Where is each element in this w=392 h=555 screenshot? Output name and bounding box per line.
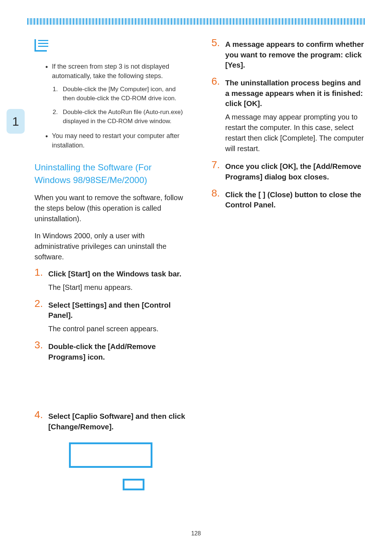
right-column: 5. A message appears to confirm whether … — [212, 39, 365, 516]
step-7: 7. Once you click [OK], the [Add/Remove … — [212, 161, 365, 182]
step-title: Click [Start] on the Windows task bar. — [48, 269, 188, 279]
sub-step-2: 2. Double-click the AutoRun file (Auto-r… — [63, 108, 188, 126]
step-title: Select [Caplio Software] and then click … — [48, 411, 188, 432]
note-bullet-1: If the screen from step 3 is not display… — [52, 62, 188, 126]
note-icon — [34, 39, 47, 52]
sub-text: Double-click the [My Computer] icon, and… — [63, 86, 176, 102]
step-number: 3. — [34, 339, 43, 351]
note-text: You may need to restart your computer af… — [52, 132, 180, 149]
step-title: The uninstallation process begins and a … — [225, 78, 365, 109]
step-number: 7. — [212, 159, 220, 171]
step-title: Click the [ ] (Close) button to close th… — [225, 190, 365, 210]
step-4: 4. Select [Caplio Software] and then cli… — [34, 411, 188, 432]
dialog-highlight-button — [123, 479, 144, 490]
step-8: 8. Click the [ ] (Close) button to close… — [212, 190, 365, 210]
page: 1 If the screen from step 3 is not displ… — [0, 0, 392, 555]
step-number: 6. — [212, 76, 220, 87]
step-5: 5. A message appears to confirm whether … — [212, 39, 365, 70]
decorative-border — [27, 18, 365, 25]
step-title: Once you click [OK], the [Add/Remove Pro… — [225, 161, 365, 182]
step-body: A message may appear prompting you to re… — [225, 112, 365, 154]
page-section-number: 1 — [12, 114, 19, 129]
step-2: 2. Select [Settings] and then [Control P… — [34, 300, 188, 334]
content-columns: If the screen from step 3 is not display… — [0, 39, 392, 516]
section-heading: Uninstalling the Software (For Windows 9… — [34, 161, 188, 187]
intro-paragraph-2: In Windows 2000, only a user with admini… — [34, 231, 188, 262]
sub-num: 2. — [53, 108, 58, 117]
note-bullet-2: You may need to restart your computer af… — [52, 131, 188, 150]
step-number: 1. — [34, 267, 43, 278]
left-column: If the screen from step 3 is not display… — [34, 39, 188, 516]
step-title: Double-click the [Add/Remove Programs] i… — [48, 341, 188, 362]
step-1: 1. Click [Start] on the Windows task bar… — [34, 269, 188, 293]
intro-paragraph-1: When you want to remove the software, fo… — [34, 193, 188, 224]
sub-step-1: 1. Double-click the [My Computer] icon, … — [63, 85, 188, 103]
step-number: 5. — [212, 37, 220, 49]
note-list: If the screen from step 3 is not display… — [34, 62, 188, 150]
spacer — [34, 369, 188, 411]
step-body: The [Start] menu appears. — [48, 282, 188, 293]
step-6: 6. The uninstallation process begins and… — [212, 78, 365, 154]
page-footer-number: 128 — [0, 530, 392, 537]
step-title: A message appears to confirm whether you… — [225, 39, 365, 70]
step-number: 4. — [34, 409, 43, 421]
sub-num: 1. — [53, 85, 58, 94]
step-body: The control panel screen appears. — [48, 324, 188, 334]
step-title: Select [Settings] and then [Control Pane… — [48, 300, 188, 321]
step-3: 3. Double-click the [Add/Remove Programs… — [34, 341, 188, 362]
sub-text: Double-click the AutoRun file (Auto-run.… — [63, 109, 183, 125]
note-text: If the screen from step 3 is not display… — [52, 63, 169, 80]
step-number: 8. — [212, 187, 220, 199]
dialog-highlight-item — [69, 442, 152, 468]
page-section-tab: 1 — [7, 109, 25, 134]
dialog-illustration — [69, 442, 158, 502]
note-sublist: 1. Double-click the [My Computer] icon, … — [52, 85, 188, 126]
step-number: 2. — [34, 298, 43, 309]
